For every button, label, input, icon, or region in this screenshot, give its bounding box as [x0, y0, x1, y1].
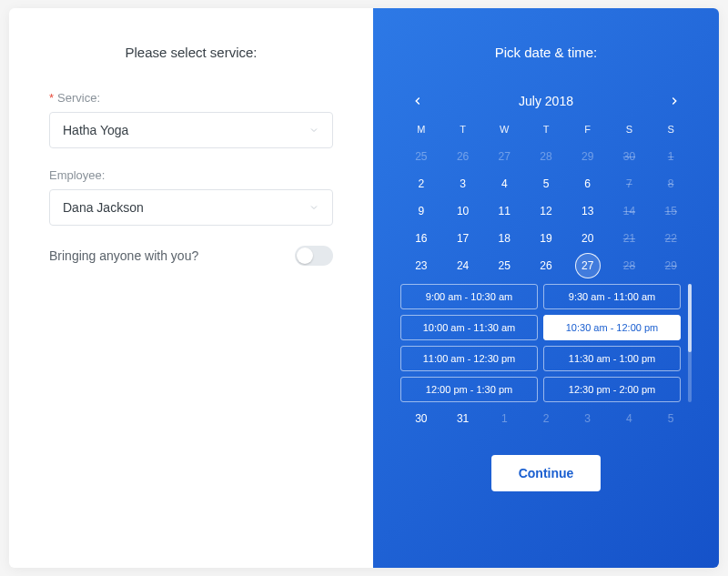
weekday-label: F — [567, 124, 609, 144]
time-slot[interactable]: 10:30 am - 12:00 pm — [543, 315, 681, 340]
calendar-day[interactable]: 1 — [483, 406, 525, 431]
weekday-label: M — [400, 124, 442, 144]
service-panel-title: Please select service: — [49, 45, 333, 60]
calendar-day[interactable]: 4 — [483, 171, 525, 197]
calendar-day[interactable]: 21 — [609, 226, 651, 251]
calendar-day[interactable]: 23 — [400, 253, 442, 278]
weekday-label: T — [442, 124, 484, 144]
calendar-week: 23242526272829 — [400, 253, 692, 278]
time-slots-wrap: 9:00 am - 10:30 am9:30 am - 11:00 am10:0… — [400, 284, 692, 402]
calendar-day[interactable]: 30 — [609, 144, 651, 169]
calendar-day[interactable]: 6 — [567, 171, 609, 197]
calendar-day[interactable]: 28 — [609, 253, 651, 278]
calendar-day[interactable]: 10 — [442, 198, 484, 224]
service-label-text: Service: — [57, 91, 100, 105]
weekday-label: T — [525, 124, 567, 144]
datetime-panel: Pick date & time: July 2018 MTWTFSS 2526… — [373, 8, 719, 568]
calendar-day[interactable]: 17 — [442, 226, 484, 251]
calendar-day[interactable]: 9 — [400, 198, 442, 224]
weekday-label: W — [483, 124, 525, 144]
calendar-day[interactable]: 5 — [525, 171, 567, 197]
calendar-day[interactable]: 18 — [483, 226, 525, 251]
calendar-day[interactable]: 31 — [442, 406, 484, 431]
calendar-day[interactable]: 7 — [609, 171, 651, 197]
calendar-day[interactable]: 3 — [442, 171, 484, 197]
calendar-day[interactable]: 15 — [650, 198, 692, 224]
calendar-day[interactable]: 14 — [609, 198, 651, 224]
calendar-day[interactable]: 20 — [567, 226, 609, 251]
time-slots: 9:00 am - 10:30 am9:30 am - 11:00 am10:0… — [400, 284, 681, 402]
calendar-week: 2526272829301 — [400, 144, 692, 169]
employee-field-label: Employee: — [49, 168, 333, 182]
booking-card: Please select service: * Service: Hatha … — [9, 8, 719, 568]
calendar-last-week: 303112345 — [400, 406, 692, 431]
calendar-day[interactable]: 12 — [525, 198, 567, 224]
required-asterisk: * — [49, 91, 54, 105]
datetime-panel-title: Pick date & time: — [400, 45, 692, 60]
service-select[interactable]: Hatha Yoga — [49, 112, 333, 148]
calendar-grid: 2526272829301234567891011121314151617181… — [400, 144, 692, 280]
continue-wrap: Continue — [400, 455, 692, 491]
calendar-day[interactable]: 22 — [650, 226, 692, 251]
service-field: * Service: Hatha Yoga — [49, 91, 333, 148]
scrollbar[interactable] — [688, 284, 692, 402]
employee-label-text: Employee: — [49, 168, 105, 182]
service-panel: Please select service: * Service: Hatha … — [9, 8, 373, 568]
time-slot[interactable]: 11:00 am - 12:30 pm — [400, 346, 538, 371]
calendar-day[interactable]: 11 — [483, 198, 525, 224]
calendar-day[interactable]: 29 — [650, 253, 692, 278]
calendar-day[interactable]: 27 — [483, 144, 525, 169]
calendar-day[interactable]: 25 — [400, 144, 442, 169]
calendar-day[interactable]: 27 — [575, 253, 601, 278]
calendar-day[interactable]: 24 — [442, 253, 484, 278]
calendar-day[interactable]: 16 — [400, 226, 442, 251]
prev-month-button[interactable] — [408, 91, 428, 111]
employee-select-value: Dana Jackson — [63, 200, 144, 215]
calendar-header: July 2018 — [400, 91, 692, 111]
calendar-day[interactable]: 4 — [609, 406, 651, 431]
continue-button[interactable]: Continue — [491, 455, 602, 491]
calendar-week: 9101112131415 — [400, 198, 692, 224]
time-slot[interactable]: 12:00 pm - 1:30 pm — [400, 377, 538, 402]
calendar-day[interactable]: 28 — [525, 144, 567, 169]
calendar-day[interactable]: 19 — [525, 226, 567, 251]
calendar-day[interactable]: 30 — [400, 406, 442, 431]
calendar-week: 16171819202122 — [400, 226, 692, 251]
calendar-day[interactable]: 5 — [650, 406, 692, 431]
time-slot[interactable]: 10:00 am - 11:30 am — [400, 315, 538, 340]
calendar-weekdays: MTWTFSS — [400, 124, 692, 144]
employee-select[interactable]: Dana Jackson — [49, 189, 333, 226]
bringing-row: Bringing anyone with you? — [49, 246, 333, 266]
calendar-day[interactable]: 2 — [400, 171, 442, 197]
time-slot[interactable]: 9:30 am - 11:00 am — [543, 284, 681, 309]
weekday-label: S — [609, 124, 651, 144]
calendar-day[interactable]: 13 — [567, 198, 609, 224]
time-slot[interactable]: 12:30 pm - 2:00 pm — [543, 377, 681, 402]
calendar-day[interactable]: 2 — [525, 406, 567, 431]
calendar-day[interactable]: 26 — [442, 144, 484, 169]
chevron-down-icon — [308, 202, 319, 213]
bringing-label: Bringing anyone with you? — [49, 248, 198, 263]
calendar-day[interactable]: 26 — [525, 253, 567, 278]
calendar-day[interactable]: 3 — [567, 406, 609, 431]
bringing-toggle[interactable] — [295, 246, 333, 266]
calendar-day[interactable]: 29 — [567, 144, 609, 169]
time-slot[interactable]: 9:00 am - 10:30 am — [400, 284, 538, 309]
calendar-day[interactable]: 25 — [483, 253, 525, 278]
calendar-week: 2345678 — [400, 171, 692, 197]
service-field-label: * Service: — [49, 91, 333, 105]
calendar-month-label: July 2018 — [519, 94, 573, 108]
calendar-day[interactable]: 1 — [650, 144, 692, 169]
employee-field: Employee: Dana Jackson — [49, 168, 333, 226]
calendar-day[interactable]: 8 — [650, 171, 692, 197]
time-slot[interactable]: 11:30 am - 1:00 pm — [543, 346, 681, 371]
weekday-label: S — [650, 124, 692, 144]
chevron-down-icon — [308, 125, 319, 136]
next-month-button[interactable] — [664, 91, 684, 111]
service-select-value: Hatha Yoga — [63, 123, 128, 137]
